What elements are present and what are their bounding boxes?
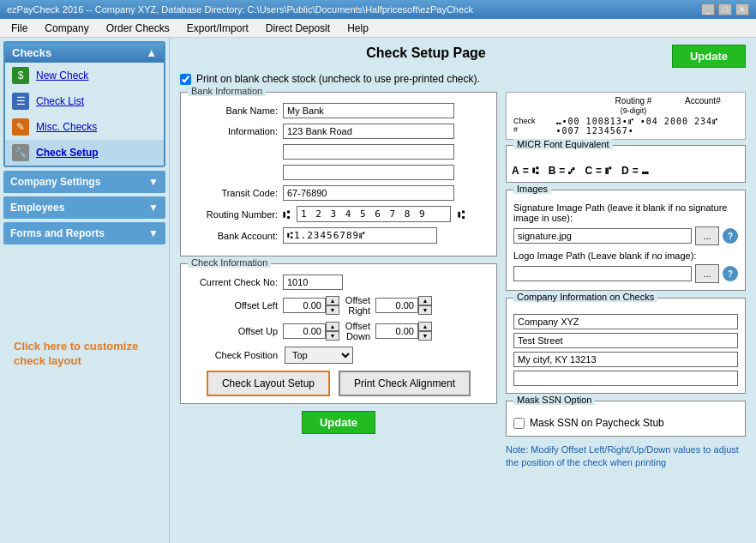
routing-row: Routing Number: ⑆ ⑆: [188, 206, 489, 222]
sidebar-item-check-list[interactable]: ☰ Check List: [5, 88, 164, 114]
account-label-display: Account#: [685, 96, 721, 115]
sidebar-company-settings[interactable]: Company Settings ▼: [3, 171, 165, 193]
micr-d: D = ⑉: [621, 165, 648, 177]
check-number-display: Routing # (9-digit) Account# Check # ⑉•0…: [506, 92, 746, 140]
company-line4[interactable]: [513, 371, 738, 386]
check-info-title: Check Information: [188, 257, 271, 268]
sidebar-checks-section: Checks ▲ $ New Check ☰ Check List ✎ Misc…: [3, 41, 165, 167]
offset-down-label: Offset Down: [345, 321, 370, 341]
offset-down-up[interactable]: ▲: [418, 322, 432, 331]
menu-help[interactable]: Help: [339, 20, 376, 37]
check-num-labels: Routing # (9-digit) Account#: [513, 96, 738, 115]
offset-down-down[interactable]: ▼: [418, 331, 432, 341]
sidebar-checks-header[interactable]: Checks ▲: [5, 43, 164, 63]
offset-right-label: Offset Right: [345, 295, 370, 316]
ssn-checkbox[interactable]: [513, 418, 525, 429]
bank-info-row: Information:: [188, 124, 489, 139]
offset-down-input[interactable]: [375, 323, 418, 339]
company-line2[interactable]: [513, 333, 738, 348]
offset-right-up[interactable]: ▲: [418, 296, 432, 305]
transit-label: Transit Code:: [188, 188, 278, 198]
print-checkbox[interactable]: [180, 74, 191, 85]
pencil-icon: ✎: [12, 118, 29, 136]
sig-browse-btn[interactable]: ...: [695, 226, 719, 245]
sidebar: Checks ▲ $ New Check ☰ Check List ✎ Misc…: [0, 38, 170, 543]
micr-equiv-panel: MICR Font Equivalent A = ⑆ B = ⑇: [506, 145, 746, 183]
sig-row: ... ?: [513, 226, 738, 245]
offset-right-input[interactable]: [375, 298, 418, 313]
bank-info-panel: Bank Information Bank Name: Information:: [180, 92, 497, 256]
routing-input[interactable]: [297, 206, 451, 222]
content-area: Check Setup Page Update Print on blank c…: [170, 38, 756, 543]
bank-name-input[interactable]: [283, 103, 454, 118]
offset-ud-row: Offset Up ▲ ▼ Offset Down: [188, 321, 489, 341]
page-title: Check Setup Page: [180, 45, 672, 61]
logo-help-btn[interactable]: ?: [723, 266, 738, 281]
company-line1[interactable]: [513, 314, 738, 329]
account-input[interactable]: [283, 227, 437, 244]
offset-right-down[interactable]: ▼: [418, 305, 432, 315]
logo-input[interactable]: [513, 266, 692, 281]
menu-order-checks[interactable]: Order Checks: [99, 20, 177, 37]
annotation-text: Click here to customize check layout: [7, 333, 148, 376]
offset-left-down[interactable]: ▼: [326, 305, 339, 315]
main-layout: Checks ▲ $ New Check ☰ Check List ✎ Misc…: [0, 38, 756, 543]
note-text: Note: Modify Offset Left/Right/Up/Down v…: [506, 443, 746, 470]
company-line3[interactable]: [513, 352, 738, 367]
note-area: Note: Modify Offset Left/Right/Up/Down v…: [506, 443, 746, 470]
sidebar-item-new-check[interactable]: $ New Check: [5, 63, 164, 88]
check-info-panel: Check Information Current Check No: Offs…: [180, 263, 497, 404]
sig-help-btn[interactable]: ?: [723, 228, 738, 244]
menu-bar: File Company Order Checks Export/Import …: [0, 19, 756, 38]
print-option: Print on blank check stock (uncheck to u…: [180, 73, 746, 85]
check-pos-row: Check Position Top Middle Bottom: [188, 347, 489, 364]
sidebar-item-misc-checks[interactable]: ✎ Misc. Checks: [5, 114, 164, 140]
check-no-row: Current Check No:: [188, 275, 489, 290]
check-position-select[interactable]: Top Middle Bottom: [285, 347, 353, 364]
menu-file[interactable]: File: [3, 20, 35, 37]
sig-input[interactable]: [513, 228, 692, 244]
logo-browse-btn[interactable]: ...: [695, 264, 719, 283]
bank-info-input[interactable]: [283, 124, 454, 139]
bottom-buttons: Check Layout Setup Print Check Alignment: [188, 371, 489, 396]
title-text: ezPayCheck 2016 -- Company XYZ, Database…: [7, 4, 473, 15]
bank-name-label: Bank Name:: [188, 106, 278, 116]
bank-info2-input[interactable]: [283, 144, 454, 160]
check-num-values: Check # ⑉•00 100813•⑈ •04 2000 234⑈ •007…: [513, 117, 738, 136]
check-layout-setup-button[interactable]: Check Layout Setup: [207, 371, 330, 396]
check-position-label: Check Position: [188, 350, 278, 360]
close-btn[interactable]: ✕: [735, 3, 749, 15]
bank-info3-input[interactable]: [283, 165, 454, 180]
offset-left-spinner: ▲ ▼: [283, 296, 339, 315]
sidebar-employees[interactable]: Employees ▼: [3, 196, 165, 219]
bank-info2-row: [188, 144, 489, 160]
content-wrapper: Check Setup Page Update Print on blank c…: [180, 45, 746, 470]
offset-up-down[interactable]: ▼: [326, 331, 339, 341]
offset-up-up[interactable]: ▲: [326, 322, 339, 331]
offset-left-input[interactable]: [283, 298, 326, 313]
micr-equiv-row: A = ⑆ B = ⑇ C =: [512, 165, 740, 177]
routing-dot-left: ⑆: [283, 208, 290, 221]
transit-input[interactable]: [283, 185, 454, 201]
maximize-btn[interactable]: □: [718, 3, 732, 15]
print-alignment-button[interactable]: Print Check Alignment: [339, 371, 471, 396]
menu-export-import[interactable]: Export/Import: [179, 20, 256, 37]
offset-up-input[interactable]: [283, 323, 326, 339]
minimize-btn[interactable]: _: [701, 3, 715, 15]
dollar-icon: $: [12, 67, 29, 84]
update-button-bottom[interactable]: Update: [302, 411, 375, 434]
micr-a: A = ⑆: [512, 165, 538, 177]
bank-info3-row: [188, 165, 489, 180]
menu-direct-deposit[interactable]: Direct Deposit: [258, 20, 338, 37]
update-button-top[interactable]: Update: [672, 45, 746, 68]
sidebar-item-check-setup[interactable]: 🔧 Check Setup: [5, 140, 164, 166]
check-no-input[interactable]: [283, 275, 343, 290]
offset-left-up[interactable]: ▲: [326, 296, 339, 305]
ssn-label: Mask SSN on Paycheck Stub: [530, 417, 664, 429]
offset-right-spinner: ▲ ▼: [375, 296, 432, 315]
offset-up-spinner: ▲ ▼: [283, 322, 339, 341]
offset-lr-row: Offset Left ▲ ▼ Offset Right: [188, 295, 489, 316]
menu-company[interactable]: Company: [37, 20, 96, 37]
sidebar-forms-reports[interactable]: Forms and Reports ▼: [3, 222, 165, 244]
micr-b: B = ⑇: [549, 165, 575, 177]
